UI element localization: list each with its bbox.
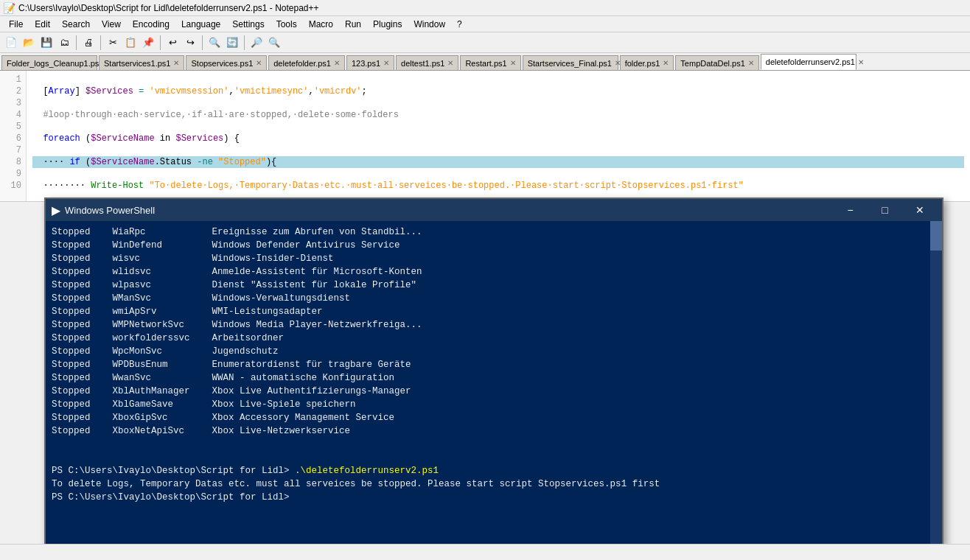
tab-close-deletefolder[interactable]: ✕ bbox=[334, 59, 340, 67]
ps-maximize-button[interactable]: □ bbox=[868, 199, 901, 221]
tab-close-stopservices[interactable]: ✕ bbox=[256, 59, 262, 67]
save-button[interactable]: 💾 bbox=[38, 35, 55, 51]
tab-stopservices[interactable]: Stopservices.ps1 ✕ bbox=[186, 55, 267, 70]
tab-startservices-final[interactable]: Startservices_Final.ps1 ✕ bbox=[523, 55, 618, 70]
tab-label: TempDataDel.ps1 bbox=[680, 59, 744, 68]
toolbar-sep-3 bbox=[160, 35, 161, 50]
tab-label: Restart.ps1 bbox=[465, 59, 506, 68]
code-area[interactable]: [Array] $Services = 'vmicvmsession','vmi… bbox=[27, 71, 970, 201]
tab-close-folder[interactable]: ✕ bbox=[663, 59, 669, 67]
ps-service-line: Stopped wmiApSrv WMI-Leistungsadapter bbox=[52, 305, 936, 318]
ps-scrollbar[interactable] bbox=[930, 221, 942, 544]
line-num: 9 bbox=[4, 168, 21, 180]
tab-close-tempdatadel[interactable]: ✕ bbox=[748, 59, 754, 67]
new-button[interactable]: 📄 bbox=[3, 35, 19, 51]
ps-close-button[interactable]: ✕ bbox=[903, 199, 936, 221]
ps-prompt: PS C:\Users\Ivaylo\Desktop\Script for Li… bbox=[52, 466, 295, 476]
menu-encoding[interactable]: Encoding bbox=[127, 18, 175, 31]
tab-folder[interactable]: folder.ps1 ✕ bbox=[620, 55, 674, 70]
status-bar bbox=[0, 544, 970, 560]
tab-label: Folder_logs_Cleanup1.ps1 bbox=[7, 59, 103, 68]
tab-deletefolderrunserv2[interactable]: deletefolderrunserv2.ps1 ✕ bbox=[761, 54, 856, 70]
tab-close-deltest1[interactable]: ✕ bbox=[447, 59, 453, 67]
ps-service-line: Stopped WpcMonSvc Jugendschutz bbox=[52, 345, 936, 358]
menu-view[interactable]: View bbox=[96, 18, 127, 31]
line-numbers: 1 2 3 4 5 6 7 8 9 10 bbox=[0, 71, 27, 201]
tab-label: deletefolderrunserv2.ps1 bbox=[766, 57, 855, 66]
ps-body[interactable]: Stopped WiaRpc Ereignisse zum Abrufen vo… bbox=[46, 221, 942, 544]
line-num: 2 bbox=[4, 85, 21, 97]
ps-service-line: Stopped workfolderssvc Arbeitsordner bbox=[52, 332, 936, 345]
undo-button[interactable]: ↩ bbox=[164, 35, 181, 51]
cut-button[interactable]: ✂ bbox=[105, 35, 121, 51]
toolbar-sep-5 bbox=[244, 35, 245, 50]
app-icon: 📝 bbox=[3, 2, 15, 14]
ps-service-line: Stopped XblAuthManager Xbox Live Authent… bbox=[52, 385, 936, 398]
ps-service-line: Stopped WManSvc Windows-Verwaltungsdiens… bbox=[52, 292, 936, 305]
menu-file[interactable]: File bbox=[3, 18, 29, 31]
line-num: 5 bbox=[4, 121, 21, 133]
replace-button[interactable]: 🔄 bbox=[224, 35, 240, 51]
tab-label: Stopservices.ps1 bbox=[191, 59, 253, 68]
zoom-in-button[interactable]: 🔎 bbox=[248, 35, 265, 51]
ps-output-line: To delete Logs, Temporary Datas etc. mus… bbox=[52, 477, 936, 491]
tab-tempdatadel[interactable]: TempDataDel.ps1 ✕ bbox=[675, 55, 758, 70]
redo-button[interactable]: ↪ bbox=[182, 35, 198, 51]
tab-close-deletefolderrunserv2[interactable]: ✕ bbox=[858, 58, 864, 66]
menu-language[interactable]: Language bbox=[175, 18, 226, 31]
tab-label: Startservices_Final.ps1 bbox=[528, 59, 612, 68]
open-button[interactable]: 📂 bbox=[21, 35, 37, 51]
ps-service-line: Stopped XboxGipSvc Xbox Accessory Manage… bbox=[52, 411, 936, 424]
ps-title: Windows PowerShell bbox=[65, 205, 834, 216]
ps-service-line: Stopped wlpasvc Dienst "Assistent für lo… bbox=[52, 279, 936, 292]
tab-close-startservices1[interactable]: ✕ bbox=[173, 59, 179, 67]
zoom-out-button[interactable]: 🔍 bbox=[266, 35, 282, 51]
tab-close-restart[interactable]: ✕ bbox=[510, 59, 516, 67]
line-num: 1 bbox=[4, 74, 21, 85]
paste-button[interactable]: 📌 bbox=[140, 35, 156, 51]
menu-search[interactable]: Search bbox=[56, 18, 96, 31]
menu-settings[interactable]: Settings bbox=[226, 18, 270, 31]
ps-blank bbox=[52, 438, 936, 451]
menu-help[interactable]: ? bbox=[451, 18, 468, 31]
tab-label: Startservices1.ps1 bbox=[104, 59, 170, 68]
tab-deletefolder[interactable]: deletefolder.ps1 ✕ bbox=[268, 55, 345, 70]
window-title: C:\Users\Ivaylo\Desktop\Script for Lidl\… bbox=[18, 3, 319, 13]
tab-deltest1[interactable]: deltest1.ps1 ✕ bbox=[396, 55, 458, 70]
ps-service-line: Stopped WPDBusEnum Enumeratordienst für … bbox=[52, 358, 936, 371]
toolbar-sep-4 bbox=[202, 35, 203, 50]
tab-folder-logs[interactable]: Folder_logs_Cleanup1.ps1 ✕ bbox=[1, 55, 97, 70]
ps-service-line: Stopped wisvc Windows-Insider-Dienst bbox=[52, 252, 936, 265]
ps-titlebar: ▶ Windows PowerShell − □ ✕ bbox=[46, 199, 942, 221]
ps-command-line: PS C:\Users\Ivaylo\Desktop\Script for Li… bbox=[52, 464, 936, 477]
copy-button[interactable]: 📋 bbox=[122, 35, 139, 51]
tab-123[interactable]: 123.ps1 ✕ bbox=[346, 55, 394, 70]
print-button[interactable]: 🖨 bbox=[80, 35, 97, 51]
toolbar-sep-2 bbox=[100, 35, 101, 50]
menu-bar: File Edit Search View Encoding Language … bbox=[0, 16, 970, 32]
menu-run[interactable]: Run bbox=[339, 18, 367, 31]
menu-edit[interactable]: Edit bbox=[29, 18, 56, 31]
line-num: 8 bbox=[4, 156, 21, 168]
ps-scrollbar-thumb[interactable] bbox=[930, 221, 942, 251]
menu-tools[interactable]: Tools bbox=[271, 18, 303, 31]
tab-restart[interactable]: Restart.ps1 ✕ bbox=[460, 55, 520, 70]
tab-label: deltest1.ps1 bbox=[401, 59, 444, 68]
title-bar: 📝 C:\Users\Ivaylo\Desktop\Script for Lid… bbox=[0, 0, 970, 16]
menu-plugins[interactable]: Plugins bbox=[367, 18, 408, 31]
tab-startservices1[interactable]: Startservices1.ps1 ✕ bbox=[99, 55, 184, 70]
save-all-button[interactable]: 🗂 bbox=[56, 35, 72, 51]
editor: 1 2 3 4 5 6 7 8 9 10 [Array] $Services =… bbox=[0, 71, 970, 202]
ps-service-line: Stopped WinDefend Windows Defender Antiv… bbox=[52, 239, 936, 252]
ps-service-line: Stopped WwanSvc WWAN - automatische Konf… bbox=[52, 371, 936, 385]
tab-close-123[interactable]: ✕ bbox=[383, 59, 389, 67]
menu-macro[interactable]: Macro bbox=[303, 18, 339, 31]
toolbar-sep-1 bbox=[76, 35, 77, 50]
ps-minimize-button[interactable]: − bbox=[834, 199, 867, 221]
powershell-window: ▶ Windows PowerShell − □ ✕ Stopped WiaRp… bbox=[44, 197, 943, 545]
find-button[interactable]: 🔍 bbox=[206, 35, 223, 51]
ps-service-line: Stopped wlidsvc Anmelde-Assistent für Mi… bbox=[52, 265, 936, 279]
menu-window[interactable]: Window bbox=[408, 18, 451, 31]
tab-label: deletefolder.ps1 bbox=[273, 59, 331, 68]
ps-prompt-line: PS C:\Users\Ivaylo\Desktop\Script for Li… bbox=[52, 491, 936, 504]
